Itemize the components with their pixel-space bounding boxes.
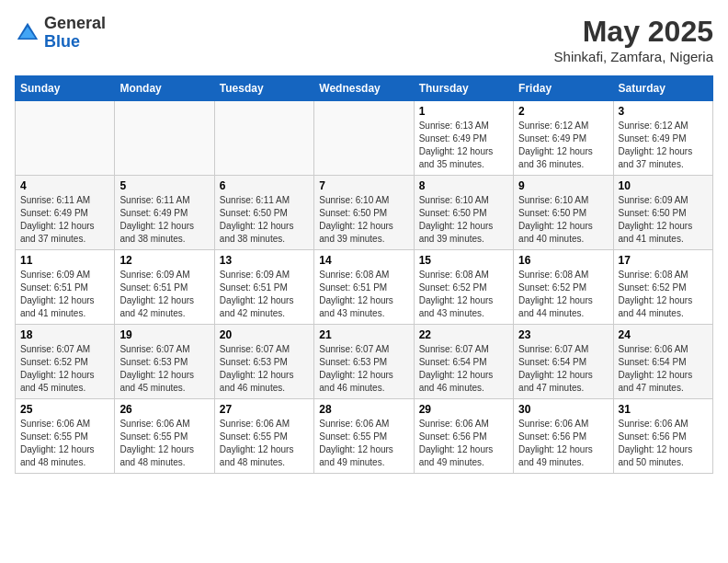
day-info: Sunrise: 6:08 AM Sunset: 6:51 PM Dayligh… [319, 269, 408, 320]
day-info: Sunrise: 6:11 AM Sunset: 6:49 PM Dayligh… [119, 194, 209, 246]
day-info: Sunrise: 6:13 AM Sunset: 6:49 PM Dayligh… [419, 120, 508, 171]
calendar-cell: 5Sunrise: 6:11 AM Sunset: 6:49 PM Daylig… [115, 176, 214, 250]
month-title: May 2025 [554, 15, 713, 49]
day-number: 20 [220, 328, 309, 341]
weekday-header: Monday [115, 76, 214, 101]
calendar-cell: 19Sunrise: 6:07 AM Sunset: 6:53 PM Dayli… [115, 325, 214, 399]
calendar-cell: 8Sunrise: 6:10 AM Sunset: 6:50 PM Daylig… [414, 176, 513, 250]
day-info: Sunrise: 6:06 AM Sunset: 6:55 PM Dayligh… [20, 418, 109, 469]
day-info: Sunrise: 6:11 AM Sunset: 6:50 PM Dayligh… [220, 194, 309, 246]
calendar-cell: 14Sunrise: 6:08 AM Sunset: 6:51 PM Dayli… [314, 250, 414, 325]
day-number: 1 [419, 105, 508, 118]
calendar-cell: 3Sunrise: 6:12 AM Sunset: 6:49 PM Daylig… [613, 101, 712, 176]
page-header: General Blue May 2025 Shinkafi, Zamfara,… [15, 15, 713, 64]
calendar-cell: 25Sunrise: 6:06 AM Sunset: 6:55 PM Dayli… [16, 399, 115, 474]
calendar-table: SundayMondayTuesdayWednesdayThursdayFrid… [15, 75, 713, 474]
calendar-cell: 21Sunrise: 6:07 AM Sunset: 6:53 PM Dayli… [314, 325, 414, 399]
day-number: 4 [20, 179, 109, 192]
logo-general: General [44, 14, 106, 32]
day-number: 17 [619, 254, 708, 267]
calendar-cell: 6Sunrise: 6:11 AM Sunset: 6:50 PM Daylig… [214, 176, 313, 250]
calendar-cell: 16Sunrise: 6:08 AM Sunset: 6:52 PM Dayli… [514, 250, 613, 325]
calendar-week-row: 18Sunrise: 6:07 AM Sunset: 6:52 PM Dayli… [16, 325, 713, 399]
calendar-week-row: 25Sunrise: 6:06 AM Sunset: 6:55 PM Dayli… [16, 399, 713, 474]
calendar-cell: 17Sunrise: 6:08 AM Sunset: 6:52 PM Dayli… [613, 250, 712, 325]
title-block: May 2025 Shinkafi, Zamfara, Nigeria [554, 15, 713, 64]
calendar-cell: 18Sunrise: 6:07 AM Sunset: 6:52 PM Dayli… [16, 325, 115, 399]
calendar-cell: 20Sunrise: 6:07 AM Sunset: 6:53 PM Dayli… [214, 325, 313, 399]
logo: General Blue [15, 15, 106, 52]
calendar-cell [214, 101, 313, 176]
logo-icon [15, 20, 40, 46]
day-number: 9 [518, 179, 608, 192]
day-number: 31 [619, 403, 708, 416]
calendar-cell [16, 101, 115, 176]
day-number: 16 [518, 254, 608, 267]
logo-blue: Blue [44, 32, 80, 51]
calendar-cell: 31Sunrise: 6:06 AM Sunset: 6:56 PM Dayli… [613, 399, 712, 474]
day-info: Sunrise: 6:06 AM Sunset: 6:55 PM Dayligh… [119, 418, 209, 469]
calendar-cell: 13Sunrise: 6:09 AM Sunset: 6:51 PM Dayli… [214, 250, 313, 325]
day-info: Sunrise: 6:07 AM Sunset: 6:52 PM Dayligh… [20, 343, 109, 395]
day-number: 30 [518, 403, 608, 416]
logo-text: General Blue [44, 15, 106, 52]
day-info: Sunrise: 6:07 AM Sunset: 6:53 PM Dayligh… [319, 343, 408, 395]
day-number: 12 [119, 254, 209, 267]
day-info: Sunrise: 6:11 AM Sunset: 6:49 PM Dayligh… [20, 194, 109, 246]
day-info: Sunrise: 6:06 AM Sunset: 6:54 PM Dayligh… [619, 343, 708, 395]
day-number: 23 [518, 328, 608, 341]
day-info: Sunrise: 6:07 AM Sunset: 6:53 PM Dayligh… [119, 343, 209, 395]
day-info: Sunrise: 6:09 AM Sunset: 6:51 PM Dayligh… [220, 269, 309, 320]
day-info: Sunrise: 6:12 AM Sunset: 6:49 PM Dayligh… [518, 120, 608, 171]
day-info: Sunrise: 6:08 AM Sunset: 6:52 PM Dayligh… [619, 269, 708, 320]
day-number: 2 [518, 105, 608, 118]
calendar-cell: 1Sunrise: 6:13 AM Sunset: 6:49 PM Daylig… [414, 101, 513, 176]
day-number: 22 [419, 328, 508, 341]
day-number: 5 [119, 179, 209, 192]
day-info: Sunrise: 6:07 AM Sunset: 6:53 PM Dayligh… [220, 343, 309, 395]
day-number: 29 [419, 403, 508, 416]
calendar-cell: 28Sunrise: 6:06 AM Sunset: 6:55 PM Dayli… [314, 399, 414, 474]
day-info: Sunrise: 6:09 AM Sunset: 6:51 PM Dayligh… [119, 269, 209, 320]
calendar-cell: 12Sunrise: 6:09 AM Sunset: 6:51 PM Dayli… [115, 250, 214, 325]
day-number: 24 [619, 328, 708, 341]
day-info: Sunrise: 6:06 AM Sunset: 6:56 PM Dayligh… [619, 418, 708, 469]
day-info: Sunrise: 6:09 AM Sunset: 6:51 PM Dayligh… [20, 269, 109, 320]
day-number: 14 [319, 254, 408, 267]
day-number: 3 [619, 105, 708, 118]
day-info: Sunrise: 6:10 AM Sunset: 6:50 PM Dayligh… [518, 194, 608, 246]
day-number: 19 [119, 328, 209, 341]
day-number: 11 [20, 254, 109, 267]
calendar-cell: 4Sunrise: 6:11 AM Sunset: 6:49 PM Daylig… [16, 176, 115, 250]
calendar-cell: 24Sunrise: 6:06 AM Sunset: 6:54 PM Dayli… [613, 325, 712, 399]
day-info: Sunrise: 6:06 AM Sunset: 6:55 PM Dayligh… [319, 418, 408, 469]
day-info: Sunrise: 6:08 AM Sunset: 6:52 PM Dayligh… [518, 269, 608, 320]
calendar-cell: 22Sunrise: 6:07 AM Sunset: 6:54 PM Dayli… [414, 325, 513, 399]
day-info: Sunrise: 6:06 AM Sunset: 6:56 PM Dayligh… [518, 418, 608, 469]
calendar-cell [314, 101, 414, 176]
weekday-header-row: SundayMondayTuesdayWednesdayThursdayFrid… [16, 76, 713, 101]
weekday-header: Thursday [414, 76, 513, 101]
day-info: Sunrise: 6:06 AM Sunset: 6:55 PM Dayligh… [220, 418, 309, 469]
day-info: Sunrise: 6:07 AM Sunset: 6:54 PM Dayligh… [518, 343, 608, 395]
day-number: 15 [419, 254, 508, 267]
day-number: 13 [220, 254, 309, 267]
calendar-cell: 26Sunrise: 6:06 AM Sunset: 6:55 PM Dayli… [115, 399, 214, 474]
calendar-cell: 2Sunrise: 6:12 AM Sunset: 6:49 PM Daylig… [514, 101, 613, 176]
calendar-week-row: 1Sunrise: 6:13 AM Sunset: 6:49 PM Daylig… [16, 101, 713, 176]
day-number: 10 [619, 179, 708, 192]
calendar-cell: 10Sunrise: 6:09 AM Sunset: 6:50 PM Dayli… [613, 176, 712, 250]
calendar-cell [115, 101, 214, 176]
calendar-body: 1Sunrise: 6:13 AM Sunset: 6:49 PM Daylig… [16, 101, 713, 474]
day-number: 26 [119, 403, 209, 416]
weekday-header: Friday [514, 76, 613, 101]
calendar-cell: 30Sunrise: 6:06 AM Sunset: 6:56 PM Dayli… [514, 399, 613, 474]
day-number: 27 [220, 403, 309, 416]
day-info: Sunrise: 6:09 AM Sunset: 6:50 PM Dayligh… [619, 194, 708, 246]
day-number: 25 [20, 403, 109, 416]
calendar-cell: 9Sunrise: 6:10 AM Sunset: 6:50 PM Daylig… [514, 176, 613, 250]
calendar-cell: 29Sunrise: 6:06 AM Sunset: 6:56 PM Dayli… [414, 399, 513, 474]
location: Shinkafi, Zamfara, Nigeria [554, 49, 713, 64]
day-number: 18 [20, 328, 109, 341]
calendar-week-row: 11Sunrise: 6:09 AM Sunset: 6:51 PM Dayli… [16, 250, 713, 325]
